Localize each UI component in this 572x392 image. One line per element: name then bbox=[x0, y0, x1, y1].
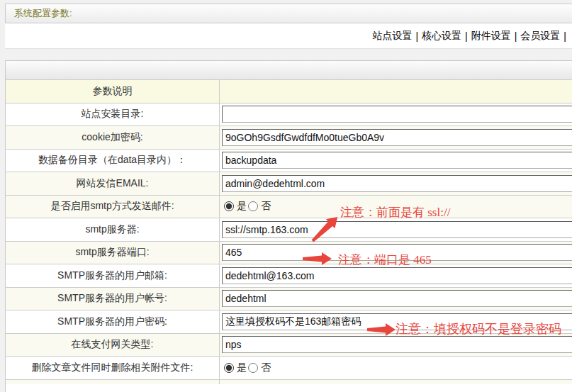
cookie-encrypt-code-input[interactable] bbox=[222, 129, 572, 146]
enable-smtp-radio-yes[interactable] bbox=[224, 201, 234, 211]
tab-attachment-settings[interactable]: 附件设置 bbox=[471, 30, 511, 43]
table-header-row: 参数说明 bbox=[6, 80, 572, 103]
table-row-site-sender-email: 网站发信EMAIL: bbox=[6, 172, 572, 196]
smtp-server-input[interactable] bbox=[222, 221, 572, 238]
tab-member-settings[interactable]: 会员设置 bbox=[520, 30, 560, 43]
table-row-smtp-port: smtp服务器端口: bbox=[6, 242, 572, 265]
enable-smtp-radio-no-label[interactable]: 否 bbox=[261, 200, 271, 213]
backup-dir-input[interactable] bbox=[222, 152, 572, 169]
row-label-site-install-dir: 站点安装目录: bbox=[6, 103, 220, 127]
row-label-site-sender-email: 网站发信EMAIL: bbox=[6, 172, 220, 196]
row-value-smtp-server bbox=[220, 218, 572, 242]
row-label-backup-dir: 数据备份目录（在data目录内）： bbox=[6, 150, 220, 173]
tab-separator: | bbox=[412, 30, 422, 42]
table-row-smtp-user-email: SMTP服务器的用户邮箱: bbox=[6, 264, 572, 288]
row-label-smtp-server: smtp服务器: bbox=[6, 218, 220, 242]
table-row-payment-gateway-type: 在线支付网关类型: bbox=[6, 334, 572, 357]
delete-attachments-with-article-radio-yes-label[interactable]: 是 bbox=[237, 362, 247, 374]
row-value-smtp-user-email bbox=[220, 264, 572, 288]
config-table-body: 参数说明 站点安装目录:cookie加密码:数据备份目录（在data目录内）：网… bbox=[6, 80, 572, 384]
tab-separator: | bbox=[511, 30, 521, 42]
config-panel: 参数说明 站点安装目录:cookie加密码:数据备份目录（在data目录内）：网… bbox=[5, 60, 572, 392]
table-header-label: 参数说明 bbox=[6, 80, 220, 103]
table-row-smtp-user-account: SMTP服务器的用户帐号: bbox=[6, 288, 572, 311]
payment-gateway-type-input[interactable] bbox=[222, 336, 572, 353]
page-title-bar: 系统配置参数: bbox=[5, 4, 572, 23]
site-sender-email-input[interactable] bbox=[222, 175, 572, 192]
row-value-delete-attachments-with-article: 是否 bbox=[220, 357, 572, 380]
table-row-backup-dir: 数据备份目录（在data目录内）： bbox=[6, 150, 572, 173]
row-value-smtp-port bbox=[220, 242, 572, 265]
site-install-dir-input[interactable] bbox=[222, 106, 572, 123]
table-row-delete-attachments-with-article: 删除文章文件同时删除相关附件文件:是否 bbox=[6, 357, 572, 380]
row-label-smtp-port: smtp服务器端口: bbox=[6, 242, 220, 265]
enable-smtp-radio-yes-label[interactable]: 是 bbox=[237, 200, 247, 213]
row-label-smtp-user-password: SMTP服务器的用户密码: bbox=[6, 310, 220, 334]
table-row-enable-smtp: 是否启用smtp方式发送邮件:是否 bbox=[6, 196, 572, 219]
table-row-site-install-dir: 站点安装目录: bbox=[6, 103, 572, 127]
row-value-backup-dir bbox=[220, 150, 572, 173]
row-value-enable-smtp: 是否 bbox=[220, 196, 572, 219]
delete-attachments-with-article-radio-yes[interactable] bbox=[224, 363, 234, 373]
row-value-site-install-dir bbox=[220, 103, 572, 127]
row-value-smtp-user-password bbox=[220, 310, 572, 334]
row-label-smtp-user-email: SMTP服务器的用户邮箱: bbox=[6, 264, 220, 288]
table-row-smtp-user-password: SMTP服务器的用户密码: bbox=[6, 310, 572, 334]
row-value-smtp-user-account bbox=[220, 288, 572, 311]
row-label-cookie-encrypt-code: cookie加密码: bbox=[6, 126, 220, 150]
clipped-row bbox=[6, 380, 572, 384]
smtp-user-password-input[interactable] bbox=[222, 313, 572, 330]
smtp-port-input[interactable] bbox=[222, 244, 572, 261]
tab-separator: | bbox=[560, 30, 570, 42]
enable-smtp-radio-no[interactable] bbox=[248, 201, 258, 211]
page-title: 系统配置参数: bbox=[14, 7, 72, 20]
settings-tab-bar: 站点设置|核心设置|附件设置|会员设置| bbox=[5, 23, 572, 49]
row-label-payment-gateway-type: 在线支付网关类型: bbox=[6, 334, 220, 357]
table-row-smtp-server: smtp服务器: bbox=[6, 218, 572, 242]
smtp-user-account-input[interactable] bbox=[222, 290, 572, 307]
row-value-cookie-encrypt-code bbox=[220, 126, 572, 150]
clipped-row-label bbox=[6, 380, 220, 384]
row-label-smtp-user-account: SMTP服务器的用户帐号: bbox=[6, 288, 220, 311]
row-value-payment-gateway-type bbox=[220, 334, 572, 357]
row-label-delete-attachments-with-article: 删除文章文件同时删除相关附件文件: bbox=[6, 357, 220, 380]
row-label-enable-smtp: 是否启用smtp方式发送邮件: bbox=[6, 196, 220, 219]
tab-site-settings[interactable]: 站点设置 bbox=[372, 30, 412, 43]
clipped-row-value bbox=[220, 380, 572, 384]
smtp-user-email-input[interactable] bbox=[222, 267, 572, 284]
config-table: 参数说明 站点安装目录:cookie加密码:数据备份目录（在data目录内）：网… bbox=[6, 80, 572, 384]
table-header-value bbox=[220, 80, 572, 103]
tab-separator: | bbox=[461, 30, 471, 42]
tab-core-settings[interactable]: 核心设置 bbox=[422, 30, 461, 43]
delete-attachments-with-article-radio-no[interactable] bbox=[248, 363, 258, 373]
table-row-cookie-encrypt-code: cookie加密码: bbox=[6, 126, 572, 150]
row-value-site-sender-email bbox=[220, 172, 572, 196]
delete-attachments-with-article-radio-no-label[interactable]: 否 bbox=[261, 362, 271, 374]
panel-header-strip bbox=[6, 61, 572, 80]
